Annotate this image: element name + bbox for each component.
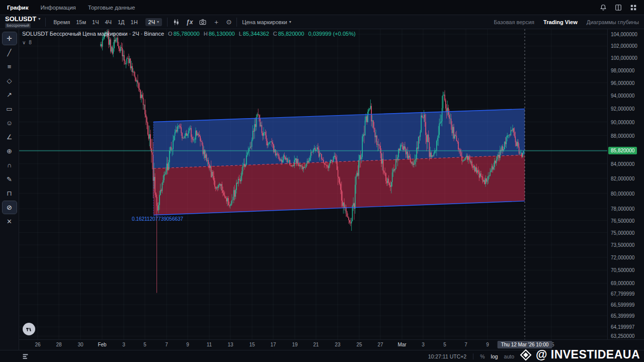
- emoji-tool-icon[interactable]: ☺: [3, 117, 17, 129]
- magnet-tool-icon[interactable]: ∩: [3, 159, 17, 171]
- time-axis-label: 9: [486, 342, 489, 347]
- drawing-toolbar: ✛╱≡◇↗▭☺∠⊕∩✎⊓⊘✕: [0, 29, 19, 350]
- grid-icon[interactable]: [630, 4, 637, 11]
- interval-button-1[interactable]: 15м: [73, 18, 89, 26]
- layout-icon[interactable]: [615, 4, 622, 11]
- time-axis-label: 19: [292, 342, 297, 347]
- time-axis-label: 23: [335, 342, 340, 347]
- active-interval-label: 2Ч: [148, 19, 155, 25]
- indicators-icon[interactable]: ƒx: [186, 19, 193, 26]
- price-axis[interactable]: 85,820000 104,000000102,000000100,000000…: [607, 29, 644, 339]
- remove-drawings-tool-icon[interactable]: ✕: [3, 215, 17, 228]
- time-axis-label: 9: [186, 342, 189, 347]
- shapes-tool-icon[interactable]: ▭: [3, 103, 17, 115]
- price-axis-label: 66,599999: [611, 302, 634, 308]
- scale-button-log[interactable]: log: [491, 353, 498, 359]
- interval-button-0[interactable]: Время: [51, 18, 72, 26]
- interval-button-3[interactable]: 4Ч: [103, 18, 114, 26]
- interval-buttons: Время15м1Ч4Ч1Д1Н: [51, 18, 140, 26]
- toolbar-tab-0[interactable]: Базовая версия: [494, 19, 534, 25]
- price-type-selector[interactable]: Цена маркировки ▾: [242, 19, 291, 25]
- candlestick-chart[interactable]: [0, 0, 644, 362]
- time-axis-label: 17: [270, 342, 276, 347]
- toolbar-tab-1[interactable]: Trading View: [543, 19, 578, 25]
- contract-type-badge: Бессрочный: [5, 23, 31, 28]
- fib-retracement-tool-icon[interactable]: ≡: [3, 60, 17, 73]
- price-axis-label: 64,199997: [611, 324, 634, 330]
- price-axis-label: 84,000000: [611, 161, 634, 167]
- watermark-text: @ INVESTIDEAUA: [536, 348, 640, 361]
- ohlc-key-C: C: [273, 31, 277, 37]
- clock[interactable]: 10:27:11 UTC+2: [428, 353, 467, 359]
- price-axis-label: 70,500000: [611, 267, 634, 273]
- time-axis-label: 3: [422, 342, 425, 347]
- forecast-tool-icon[interactable]: ↗: [3, 88, 17, 101]
- time-axis-label: Feb: [98, 342, 106, 347]
- legend-title[interactable]: SOLUSDT Бессрочный Цена маркировки · 2Ч …: [22, 31, 164, 37]
- trend-line-tool-icon[interactable]: ╱: [3, 46, 17, 59]
- crosshair-date-label: Thu 12 Mar '26 10:00: [498, 341, 552, 348]
- interval-active-button[interactable]: 2Ч ▾: [145, 18, 162, 26]
- compare-icon[interactable]: ＋: [213, 18, 219, 27]
- price-axis-label: 78,000000: [611, 206, 634, 212]
- price-axis-label: 98,000000: [611, 68, 634, 73]
- crosshair-tool-icon[interactable]: ✛: [3, 32, 17, 45]
- time-axis-label: 28: [56, 342, 61, 347]
- watermark: @ INVESTIDEAUA: [520, 348, 640, 361]
- candle-style-icon[interactable]: [173, 19, 180, 26]
- chevron-down-icon: ▾: [157, 20, 159, 24]
- time-axis-label: 21: [313, 342, 318, 347]
- scale-button-auto[interactable]: auto: [504, 353, 514, 359]
- interval-button-5[interactable]: 1Н: [128, 18, 140, 26]
- time-axis-label: 30: [77, 342, 83, 347]
- price-axis-label: 82,000000: [611, 176, 634, 182]
- brush-tool-icon[interactable]: ✎: [3, 173, 17, 186]
- change-value: 0,039999 (+0.05%): [308, 31, 356, 37]
- price-axis-label: 63,250000: [611, 333, 634, 339]
- menubar-item-0[interactable]: График: [7, 5, 28, 11]
- price-axis-label: 67,799999: [611, 291, 634, 297]
- ohlc-value-C: 85,820000: [278, 31, 304, 37]
- current-price-label: 85,820000: [608, 147, 637, 154]
- interval-button-2[interactable]: 1Ч: [90, 18, 101, 26]
- legend-collapse-icon[interactable]: ∨: [22, 40, 26, 45]
- price-axis-label: 75,000000: [611, 230, 634, 236]
- tradingview-logo[interactable]: [23, 323, 35, 335]
- symbol-selector[interactable]: SOLUSDT ▾ Бессрочный: [5, 16, 40, 28]
- menubar-item-2[interactable]: Торговые данные: [88, 5, 135, 11]
- ohlc-key-H: H: [204, 31, 208, 37]
- divider: [45, 18, 46, 27]
- watermark-logo: [520, 349, 532, 361]
- time-axis-label: 11: [207, 342, 212, 347]
- toolbar-tab-2[interactable]: Диаграммы глубины: [587, 19, 639, 25]
- bell-icon[interactable]: [600, 4, 607, 11]
- measure-tool-icon[interactable]: ∠: [3, 131, 17, 143]
- scale-button-%[interactable]: %: [480, 353, 485, 359]
- price-axis-label: 88,000000: [611, 133, 634, 139]
- menubar-item-1[interactable]: Информация: [40, 5, 75, 11]
- time-axis-label: Mar: [397, 342, 406, 347]
- time-axis-label: 5: [143, 342, 146, 347]
- screenshot-icon[interactable]: [199, 19, 206, 26]
- price-axis-label: 100,000000: [611, 55, 637, 61]
- toolbar-right-tabs: Базовая версияTrading ViewДиаграммы глуб…: [494, 19, 639, 25]
- time-axis-label: 5: [443, 342, 446, 347]
- time-axis-label: 7: [464, 342, 467, 347]
- pattern-tool-icon[interactable]: ◇: [3, 74, 17, 87]
- hide-drawings-tool-icon[interactable]: ⊘: [3, 201, 17, 214]
- alert-icon[interactable]: ⊙: [226, 18, 231, 26]
- zoom-tool-icon[interactable]: ⊕: [3, 145, 17, 157]
- time-axis-label: 26: [35, 342, 40, 347]
- lock-drawings-tool-icon[interactable]: ⊓: [3, 187, 17, 200]
- object-tree-icon[interactable]: [22, 353, 29, 359]
- price-axis-label: 96,000000: [611, 80, 634, 86]
- indicators-count: 8: [29, 40, 32, 45]
- ohlc-value-H: 86,130000: [209, 31, 235, 37]
- interval-button-4[interactable]: 1Д: [115, 18, 127, 26]
- chart-legend: SOLUSDT Бессрочный Цена маркировки · 2Ч …: [22, 31, 356, 45]
- ohlc-value-L: 85,344362: [243, 31, 269, 37]
- price-axis-label: 80,000000: [611, 191, 634, 197]
- ohlc-value-O: 85,780000: [174, 31, 200, 37]
- price-axis-label: 90,000000: [611, 120, 634, 125]
- price-axis-label: 102,000000: [611, 43, 637, 49]
